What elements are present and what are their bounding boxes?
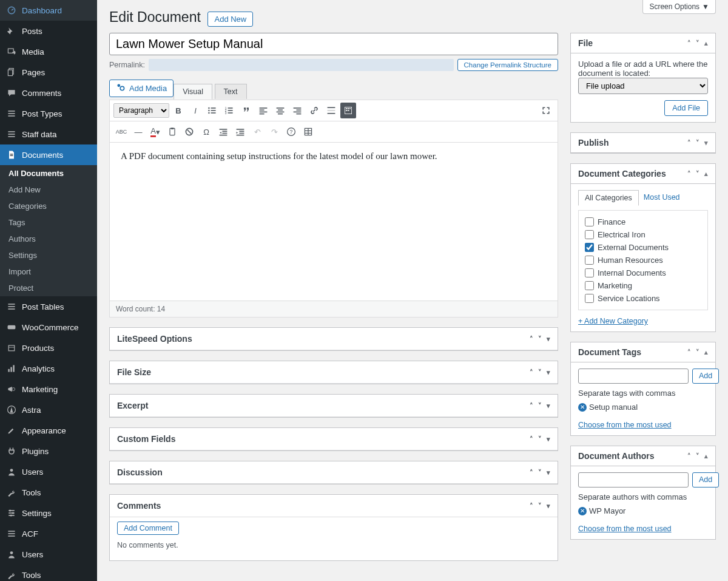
category-checkbox[interactable] [585, 217, 594, 226]
authors-input[interactable] [578, 472, 689, 488]
sidebar-item-settings[interactable]: Settings [0, 503, 97, 523]
sidebar-item-documents[interactable]: Documents [0, 144, 97, 165]
chevron-up-icon[interactable]: ˄ [687, 139, 691, 147]
category-checkbox[interactable] [585, 294, 594, 303]
choose-authors-link[interactable]: Choose from the most used [578, 525, 672, 533]
dropdown-icon[interactable]: ▴ [704, 39, 708, 47]
dropdown-icon[interactable]: ▾ [547, 502, 550, 510]
submenu-item-tags[interactable]: Tags [0, 214, 97, 231]
sidebar-item-users[interactable]: Users [0, 461, 97, 482]
add-file-button[interactable]: Add File [664, 100, 708, 116]
sidebar-item-post-types[interactable]: Post Types [0, 103, 97, 124]
chevron-down-icon[interactable]: ˅ [538, 335, 542, 343]
indent-icon[interactable] [232, 124, 248, 140]
category-checkbox[interactable] [585, 230, 594, 239]
category-checkbox[interactable] [585, 268, 594, 277]
category-checkbox[interactable] [585, 281, 594, 290]
dropdown-icon[interactable]: ▴ [704, 452, 708, 460]
chevron-up-icon[interactable]: ˄ [687, 39, 691, 47]
sidebar-item-astra[interactable]: Astra [0, 399, 97, 420]
chevron-down-icon[interactable]: ˅ [538, 502, 542, 510]
add-author-button[interactable]: Add [692, 472, 719, 488]
submenu-item-add-new[interactable]: Add New [0, 182, 97, 198]
sidebar-item-plugins[interactable]: Plugins [0, 441, 97, 461]
redo-icon[interactable]: ↷ [266, 124, 282, 140]
sidebar-item-woocommerce[interactable]: WooCommerce [0, 317, 97, 338]
remove-tag-icon[interactable]: ✕ [578, 403, 587, 412]
chevron-up-icon[interactable]: ˄ [530, 435, 533, 443]
submenu-item-authors[interactable]: Authors [0, 231, 97, 247]
sidebar-item-products[interactable]: Products [0, 338, 97, 358]
sidebar-item-tools[interactable]: Tools [0, 565, 97, 581]
submenu-item-all-documents[interactable]: All Documents [0, 165, 97, 182]
dropdown-icon[interactable]: ▾ [547, 435, 550, 443]
submenu-item-settings[interactable]: Settings [0, 247, 97, 263]
chevron-down-icon[interactable]: ˅ [538, 469, 542, 477]
chevron-down-icon[interactable]: ˅ [538, 435, 542, 443]
chevron-up-icon[interactable]: ˄ [530, 402, 533, 410]
editor-content-area[interactable]: A PDF document containing setup instruct… [110, 143, 558, 301]
ol-icon[interactable]: 123 [221, 103, 237, 118]
table-icon[interactable] [300, 124, 316, 140]
sidebar-item-pages[interactable]: Pages [0, 62, 97, 83]
sidebar-item-post-tables[interactable]: Post Tables [0, 296, 97, 317]
add-tag-button[interactable]: Add [692, 369, 719, 384]
dropdown-icon[interactable]: ▴ [704, 170, 708, 178]
chevron-up-icon[interactable]: ˄ [530, 335, 533, 343]
chevron-up-icon[interactable]: ˄ [687, 452, 691, 460]
add-comment-button[interactable]: Add Comment [117, 522, 179, 535]
remove-author-icon[interactable]: ✕ [578, 507, 587, 515]
sidebar-item-appearance[interactable]: Appearance [0, 420, 97, 441]
category-item[interactable]: Internal Documents [584, 267, 703, 279]
help-icon[interactable]: ? [283, 124, 299, 140]
dropdown-icon[interactable]: ▾ [704, 139, 708, 147]
quote-icon[interactable] [238, 103, 254, 118]
ul-icon[interactable] [204, 103, 220, 118]
document-title-input[interactable] [109, 33, 558, 55]
category-checkbox[interactable] [585, 256, 594, 265]
category-item[interactable]: Electrical Iron [584, 228, 703, 241]
tags-input[interactable] [578, 369, 689, 384]
add-media-button[interactable]: Add Media [109, 80, 174, 97]
chevron-up-icon[interactable]: ˄ [530, 502, 533, 510]
hr-icon[interactable]: — [130, 124, 146, 140]
sidebar-item-marketing[interactable]: Marketing [0, 379, 97, 399]
toolbar-toggle-icon[interactable] [340, 103, 356, 118]
dropdown-icon[interactable]: ▾ [547, 402, 550, 410]
chevron-down-icon[interactable]: ˅ [696, 452, 699, 460]
chevron-down-icon[interactable]: ˅ [696, 348, 699, 356]
italic-icon[interactable]: I [187, 103, 203, 118]
undo-icon[interactable]: ↶ [249, 124, 265, 140]
chevron-down-icon[interactable]: ˅ [538, 402, 542, 410]
align-left-icon[interactable] [255, 103, 271, 118]
paste-text-icon[interactable] [164, 124, 180, 140]
categories-tab-most[interactable]: Most Used [639, 190, 686, 205]
paragraph-select[interactable]: Paragraph [113, 103, 169, 118]
chevron-up-icon[interactable]: ˄ [687, 348, 691, 356]
chevron-down-icon[interactable]: ˅ [696, 139, 699, 147]
strikethrough-icon[interactable]: ABC [113, 124, 129, 140]
dropdown-icon[interactable]: ▴ [704, 348, 708, 356]
sidebar-item-staff-data[interactable]: Staff data [0, 124, 97, 144]
align-center-icon[interactable] [272, 103, 288, 118]
add-new-button[interactable]: Add New [207, 12, 253, 27]
dropdown-icon[interactable]: ▾ [547, 369, 550, 376]
category-item[interactable]: Service Locations [584, 292, 703, 305]
chevron-down-icon[interactable]: ˅ [696, 39, 699, 47]
fullscreen-icon[interactable] [538, 103, 554, 118]
sidebar-item-media[interactable]: Media [0, 41, 97, 62]
dropdown-icon[interactable]: ▾ [547, 335, 550, 343]
add-category-link[interactable]: + Add New Category [578, 317, 648, 325]
readmore-icon[interactable] [323, 103, 339, 118]
dropdown-icon[interactable]: ▾ [547, 469, 550, 477]
special-char-icon[interactable]: Ω [198, 124, 214, 140]
align-right-icon[interactable] [289, 103, 305, 118]
screen-options-toggle[interactable]: Screen Options ▼ [642, 0, 716, 14]
clear-format-icon[interactable] [181, 124, 197, 140]
category-item[interactable]: External Documents [584, 241, 703, 254]
chevron-up-icon[interactable]: ˄ [687, 170, 691, 178]
sidebar-item-dashboard[interactable]: Dashboard [0, 0, 97, 21]
choose-tags-link[interactable]: Choose from the most used [578, 421, 672, 429]
chevron-up-icon[interactable]: ˄ [530, 369, 533, 376]
outdent-icon[interactable] [215, 124, 231, 140]
